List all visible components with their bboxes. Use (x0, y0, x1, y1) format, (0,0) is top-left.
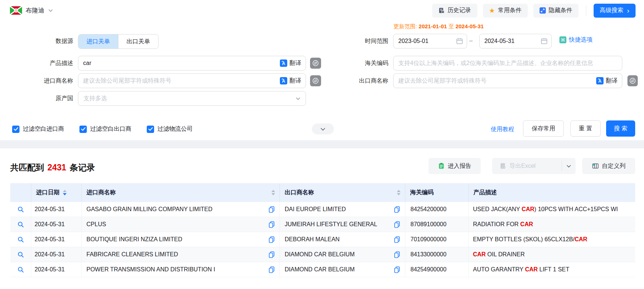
exporter-input[interactable] (394, 74, 596, 88)
product-swap-translate-button[interactable] (310, 58, 321, 69)
reset-button[interactable]: 重 置 (570, 120, 601, 137)
copy-icon[interactable] (268, 206, 275, 213)
hs-code-input[interactable] (394, 56, 622, 70)
country-selector[interactable]: 布隆迪 (10, 0, 53, 21)
custom-columns-button[interactable]: 自定义列 (582, 158, 635, 174)
topbar: 布隆迪 历史记录 ★ 常用条件 隐藏条件 (0, 0, 644, 21)
filter-checkbox-0[interactable]: 过滤空白进口商 (12, 125, 64, 133)
favorites-button[interactable]: ★ 常用条件 (483, 4, 528, 18)
save-common-button[interactable]: 保存常用 (523, 120, 564, 137)
advanced-search-button[interactable]: 高级搜索 › (594, 4, 636, 18)
copy-icon[interactable] (394, 236, 401, 243)
table-row: 2024-05-31FABRICARE CLEANERS LIMITEDDIAM… (10, 247, 635, 262)
data-source-label: 数据源 (11, 37, 73, 45)
exporter-cell: DIAMOND CAR BELGIUM (280, 247, 405, 262)
company-name: JUMEIRAH LIFESTYLE GENERAL (285, 221, 377, 228)
export-options-chevron[interactable] (562, 161, 576, 171)
view-detail-icon[interactable] (17, 236, 24, 243)
history-button[interactable]: 历史记录 (432, 4, 477, 18)
column-header-import-date[interactable]: 进口日期 (31, 183, 82, 202)
end-date-picker[interactable]: 2024-05-31 (479, 34, 552, 48)
export-excel-button[interactable]: 导出Excel (492, 158, 576, 174)
start-date-picker[interactable]: 2023-05-01 (393, 34, 467, 48)
column-header-hs-code: 海关编码 (405, 183, 469, 202)
copy-icon[interactable] (394, 221, 401, 228)
column-header-exporter-name[interactable]: 出口商名称 (280, 183, 405, 202)
importer-input[interactable] (78, 74, 280, 88)
importer-translate-button[interactable]: A 翻译 (280, 77, 301, 85)
copy-icon[interactable] (268, 236, 275, 243)
copy-icon[interactable] (268, 221, 275, 228)
sort-arrows-icon[interactable] (63, 190, 67, 195)
chevron-right-icon: › (627, 7, 629, 14)
checkbox-checked-icon (147, 126, 154, 133)
company-name: BOUTIQUE INGERI NZIZA LIMITED (86, 236, 182, 243)
import-date-cell: 2024-05-31 (31, 232, 82, 247)
company-name: POWER TRANSMISSION AND DISTRIBUTION I (86, 266, 215, 273)
company-name: FABRICARE CLEANERS LIMITED (86, 251, 178, 258)
sort-arrows-icon[interactable] (397, 190, 401, 195)
copy-icon[interactable] (268, 251, 275, 258)
exporter-field: A 翻译 (393, 73, 622, 88)
translate-icon: A (596, 77, 604, 84)
importer-label: 进口商名称 (11, 77, 73, 85)
tab-import-declarations[interactable]: 进口关单 (78, 35, 118, 48)
keyword-highlight: CAR (473, 251, 486, 258)
copy-icon[interactable] (268, 266, 275, 273)
table-header: 进口日期进口商名称出口商名称海关编码产品描述 (10, 183, 635, 202)
table-row: 2024-05-31GASABO GRAIN MILLING COMPANY L… (10, 202, 635, 217)
checkbox-checked-icon (79, 126, 87, 133)
importer-cell: FABRICARE CLEANERS LIMITED (82, 247, 280, 262)
product-desc-input[interactable] (78, 56, 280, 70)
company-name: DIAMOND CAR BELGIUM (285, 251, 355, 258)
tab-export-declarations[interactable]: 出口关单 (118, 35, 158, 48)
copy-icon[interactable] (394, 206, 401, 213)
column-label: 进口日期 (36, 189, 60, 196)
exporter-swap-translate-button[interactable] (627, 75, 638, 86)
enter-report-button[interactable]: 进入报告 (428, 158, 481, 174)
importer-field: A 翻译 (78, 73, 306, 88)
filter-checkbox-2[interactable]: 过滤物流公司 (147, 125, 193, 133)
hs-code-cell: 70109000000 (405, 232, 469, 247)
row-detail-cell (10, 232, 31, 247)
keyword-highlight: CAR (574, 236, 587, 243)
importer-cell: CPLUS (82, 217, 280, 232)
tutorial-link[interactable]: 使用教程 (491, 126, 514, 133)
view-detail-icon[interactable] (17, 221, 24, 228)
origin-country-label: 原产国 (11, 95, 73, 102)
copy-icon[interactable] (394, 251, 401, 258)
collapse-form-button[interactable] (312, 123, 334, 134)
quick-options-link[interactable]: ⌘ 快捷选项 (559, 36, 593, 44)
origin-country-select[interactable]: 支持多选 (78, 91, 306, 106)
hs-code-cell: 84254200000 (405, 202, 469, 217)
product-desc-cell: AUTO GARANTRY CAR LIFT 1 SET (469, 262, 635, 277)
view-detail-icon[interactable] (17, 251, 24, 258)
copy-icon[interactable] (394, 266, 401, 273)
sort-arrows-icon[interactable] (271, 190, 275, 195)
view-detail-icon[interactable] (17, 266, 24, 273)
exporter-translate-button[interactable]: A 翻译 (596, 77, 618, 85)
translate-icon: A (280, 77, 287, 84)
column-header-search (10, 183, 31, 202)
checkbox-label: 过滤空白出口商 (90, 125, 131, 133)
view-detail-icon[interactable] (17, 206, 24, 213)
importer-swap-translate-button[interactable] (310, 75, 321, 86)
product-desc-label: 产品描述 (11, 59, 73, 67)
keyword-highlight: CAR (522, 206, 534, 213)
svg-text:A: A (282, 79, 285, 84)
country-name: 布隆迪 (26, 6, 45, 15)
translate-button[interactable]: A 翻译 (280, 59, 301, 67)
company-name: DEBORAH MALEAN (285, 236, 339, 243)
search-button[interactable]: 搜 索 (606, 120, 635, 137)
hs-code-cell: 84254900000 (405, 262, 469, 277)
translate-icon: A (280, 59, 287, 67)
filter-checkbox-1[interactable]: 过滤空白出口商 (79, 125, 131, 133)
collapse-icon (540, 7, 546, 14)
row-detail-cell (10, 202, 31, 217)
product-text: OIL DRAINER (486, 251, 525, 258)
column-header-importer-name[interactable]: 进口商名称 (82, 183, 280, 202)
topbar-actions: 历史记录 ★ 常用条件 隐藏条件 高级搜索 › (432, 0, 636, 21)
product-text: ) 10PCS WITH ACC+15PCS WI (534, 206, 618, 213)
exporter-cell: DAI EUROPE LIMITED (280, 202, 405, 217)
hide-conditions-button[interactable]: 隐藏条件 (533, 4, 579, 18)
